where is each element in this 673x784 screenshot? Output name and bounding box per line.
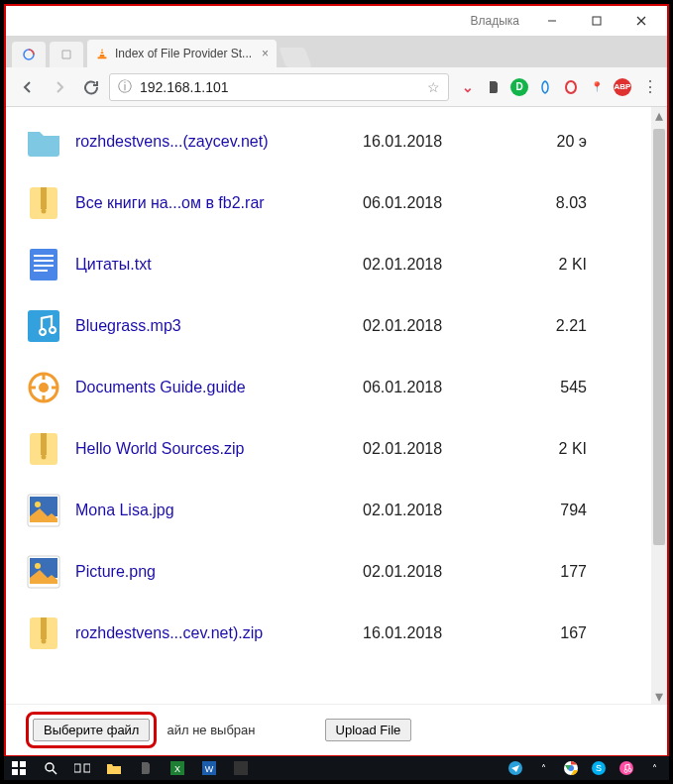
ext-opera-icon[interactable] [562, 78, 580, 96]
svg-rect-35 [12, 769, 18, 775]
search-icon[interactable] [42, 759, 59, 777]
browser-window: Владыка Index of File Provider St... × ⓘ… [4, 4, 669, 757]
tray-up2-icon[interactable]: ˄ [645, 759, 663, 777]
bookmark-star-icon[interactable]: ☆ [427, 79, 440, 95]
upload-file-button[interactable]: Upload File [325, 719, 412, 741]
task-view-icon[interactable] [73, 759, 91, 777]
browser-menu-button[interactable]: ⋮ [641, 77, 659, 96]
extensions: ⌄ D 📍 ABP [453, 78, 637, 96]
svg-point-20 [39, 383, 49, 392]
svg-rect-40 [84, 764, 90, 772]
ext-blue-icon[interactable] [536, 78, 554, 96]
svg-rect-14 [34, 255, 54, 257]
svg-rect-7 [100, 51, 104, 52]
back-button[interactable] [14, 73, 42, 101]
start-button[interactable] [10, 759, 28, 777]
file-row: Цитаты.txt02.01.20182 KI [24, 234, 667, 295]
image-icon [24, 491, 63, 530]
svg-point-9 [566, 81, 576, 93]
highlight-annotation: Выберите файл [26, 712, 157, 748]
close-window-button[interactable] [618, 7, 663, 35]
file-size: 177 [531, 563, 591, 581]
svg-rect-17 [34, 270, 48, 272]
file-link[interactable]: rozhdestvens...cev.net).zip [75, 624, 363, 642]
tab-close-icon[interactable]: × [262, 47, 269, 60]
file-date: 06.01.2018 [363, 379, 531, 396]
file-date: 06.01.2018 [363, 194, 531, 212]
address-bar[interactable]: ⓘ 192.168.1.101 ☆ [109, 73, 449, 101]
new-tab-button[interactable] [279, 48, 311, 67]
file-row: Все книги на...ом в fb2.rar06.01.20188.0… [24, 172, 667, 234]
tab-strip: Index of File Provider St... × [6, 36, 667, 67]
svg-point-23 [42, 455, 47, 460]
svg-point-29 [35, 563, 41, 569]
taskbar-word-icon[interactable]: W [200, 759, 218, 777]
scrollbar-thumb[interactable] [653, 129, 665, 545]
ext-pocket-icon[interactable]: ⌄ [459, 78, 477, 96]
file-row: Picture.png02.01.2018177 [24, 541, 667, 603]
windows-taskbar: X W ˄ S ˄ [4, 756, 669, 780]
taskbar-evernote-icon[interactable] [137, 759, 155, 777]
file-row: rozhdestvens...cev.net).zip16.01.2018167 [24, 603, 667, 664]
scrollbar[interactable]: ▴ ▾ [651, 107, 667, 704]
ext-pin-icon[interactable]: 📍 [588, 78, 606, 96]
page-content: rozhdestvens...(zaycev.net)16.01.201820 … [6, 107, 667, 704]
folder-icon [24, 122, 63, 162]
file-row: Documents Guide.guide06.01.2018545 [24, 357, 667, 418]
svg-rect-22 [41, 433, 47, 455]
minimize-button[interactable] [529, 7, 574, 35]
scroll-down-icon[interactable]: ▾ [651, 688, 667, 704]
tab-ghost-2[interactable] [50, 42, 83, 67]
file-date: 02.01.2018 [363, 440, 531, 458]
file-link[interactable]: rozhdestvens...(zaycev.net) [75, 133, 363, 151]
site-info-icon[interactable]: ⓘ [118, 78, 132, 96]
file-size: 8.03 [531, 194, 591, 212]
forward-button[interactable] [46, 73, 73, 101]
ext-green-icon[interactable]: D [510, 78, 528, 96]
file-date: 02.01.2018 [363, 563, 531, 581]
file-link[interactable]: Все книги на...ом в fb2.rar [75, 194, 363, 212]
reload-button[interactable] [77, 73, 105, 101]
zip-icon [24, 429, 63, 469]
taskbar-explorer-icon[interactable] [105, 759, 123, 777]
tab-title: Index of File Provider St... [115, 47, 252, 60]
svg-rect-1 [593, 17, 601, 25]
tray-skype-icon[interactable]: S [590, 759, 608, 777]
svg-text:X: X [174, 764, 180, 774]
file-link[interactable]: Picture.png [75, 563, 363, 581]
file-link[interactable]: Bluegrass.mp3 [75, 317, 363, 335]
file-link[interactable]: Mona Lisa.jpg [75, 502, 363, 519]
file-size: 2.21 [531, 317, 591, 335]
system-tray: ˄ S ˄ [506, 759, 663, 777]
ext-abp-icon[interactable]: ABP [614, 78, 631, 96]
tray-chrome-icon[interactable] [562, 759, 580, 777]
svg-rect-36 [20, 769, 26, 775]
tab-active[interactable]: Index of File Provider St... × [87, 40, 277, 67]
file-size: 2 KI [531, 256, 591, 274]
svg-point-32 [42, 639, 47, 644]
tab-ghost-1[interactable] [12, 42, 46, 67]
file-row: Bluegrass.mp302.01.20182.21 [24, 295, 667, 357]
svg-rect-34 [20, 761, 26, 767]
tray-telegram-icon[interactable] [506, 759, 524, 777]
window-titlebar: Владыка [6, 6, 667, 36]
file-link[interactable]: Documents Guide.guide [75, 379, 363, 396]
choose-file-button[interactable]: Выберите файл [33, 719, 150, 741]
vlc-icon [95, 47, 109, 60]
svg-point-51 [619, 761, 633, 775]
svg-rect-18 [28, 310, 59, 342]
file-row: Hello World Sources.zip02.01.20182 KI [24, 418, 667, 480]
tray-up-icon[interactable]: ˄ [534, 759, 552, 777]
file-date: 16.01.2018 [363, 133, 531, 151]
taskbar-excel-icon[interactable]: X [168, 759, 186, 777]
tray-itunes-icon[interactable] [617, 759, 635, 777]
image-icon [24, 552, 63, 592]
ext-evernote-icon[interactable] [485, 78, 503, 96]
file-link[interactable]: Hello World Sources.zip [75, 440, 363, 458]
maximize-button[interactable] [574, 7, 618, 35]
scroll-up-icon[interactable]: ▴ [651, 107, 667, 123]
taskbar-app-icon[interactable] [232, 759, 250, 777]
file-link[interactable]: Цитаты.txt [75, 256, 363, 274]
svg-rect-33 [12, 761, 18, 767]
file-date: 02.01.2018 [363, 502, 531, 519]
